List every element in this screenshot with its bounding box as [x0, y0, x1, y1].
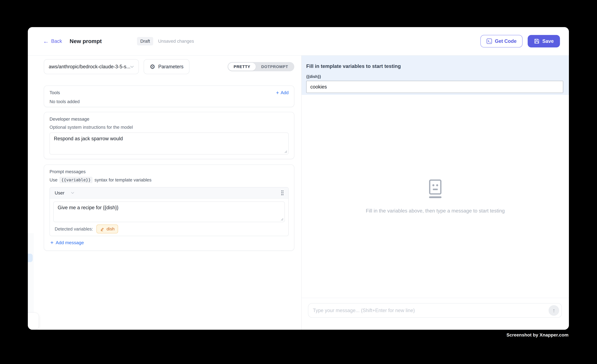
- send-arrow-icon: ↑: [552, 308, 555, 313]
- add-tool-button[interactable]: + Add: [276, 90, 289, 95]
- model-select[interactable]: aws/anthropic/bedrock-claude-3-5-s...: [44, 59, 139, 74]
- save-icon: [534, 38, 540, 44]
- toggle-option-pretty[interactable]: PRETTY: [228, 63, 256, 71]
- variable-syntax-chip: {{variable}}: [59, 177, 93, 183]
- chevron-down-icon: [130, 66, 134, 68]
- hint-suffix: syntax for template variables: [94, 177, 151, 182]
- sidebar-popover-fragment: [28, 312, 39, 330]
- add-tool-label: Add: [281, 90, 289, 95]
- developer-message-field-wrap: Respond as jack sparrow would: [49, 133, 289, 154]
- watermark-text: Screenshot by Xnapper.com: [506, 332, 568, 338]
- detected-variables-label: Detected variables:: [55, 227, 93, 232]
- developer-message-textarea[interactable]: Respond as jack sparrow would: [49, 133, 289, 154]
- back-button[interactable]: ← Back: [43, 38, 62, 44]
- window-header: ← Back New prompt Draft Unsaved changes …: [28, 27, 569, 56]
- tools-empty-text: No tools added: [49, 99, 289, 104]
- chevron-down-icon: [71, 192, 74, 194]
- variable-value-input[interactable]: [306, 81, 563, 93]
- hint-prefix: Use: [49, 177, 57, 182]
- chat-message-input[interactable]: [313, 308, 549, 313]
- message-field-wrap: Give me a recipe for {{dish}}: [53, 202, 285, 222]
- back-label: Back: [51, 38, 62, 44]
- robot-icon: [427, 179, 444, 199]
- plus-icon: +: [50, 240, 54, 245]
- message-block: User: [49, 187, 289, 236]
- sidebar-active-item: [28, 254, 33, 262]
- tester-title: Fill in template variables to start test…: [306, 63, 563, 69]
- get-code-button[interactable]: Get Code: [480, 35, 523, 47]
- tools-card: Tools + Add No tools added: [44, 85, 294, 107]
- developer-message-subtitle: Optional system instructions for the mod…: [49, 125, 289, 130]
- developer-message-title: Developer message: [49, 117, 289, 122]
- edit-pencil-icon: [100, 227, 105, 231]
- save-label: Save: [542, 38, 554, 44]
- resize-handle-icon[interactable]: [284, 150, 287, 153]
- role-select-value: User: [55, 190, 64, 196]
- page-title: New prompt: [70, 38, 102, 45]
- add-message-label: Add message: [56, 240, 84, 245]
- get-code-label: Get Code: [495, 38, 517, 44]
- model-select-value: aws/anthropic/bedrock-claude-3-5-s...: [49, 64, 130, 69]
- save-button[interactable]: Save: [528, 35, 560, 47]
- variable-badge-label: dish: [107, 227, 115, 231]
- message-body: Give me a recipe for {{dish}} Detected v…: [50, 198, 288, 236]
- resize-handle-icon[interactable]: [280, 217, 283, 221]
- variable-input-label: {{dish}}: [306, 74, 563, 79]
- tools-card-header: Tools + Add: [49, 90, 289, 95]
- parameters-button[interactable]: ⚙ Parameters: [144, 59, 189, 74]
- model-row: aws/anthropic/bedrock-claude-3-5-s... ⚙ …: [44, 59, 294, 74]
- gear-icon: ⚙: [150, 64, 155, 70]
- role-select[interactable]: User: [55, 190, 74, 196]
- main-area: aws/anthropic/bedrock-claude-3-5-s... ⚙ …: [28, 56, 569, 330]
- template-variable-hint: Use {{variable}} syntax for template var…: [49, 177, 289, 183]
- chat-input-bar: ↑: [302, 298, 569, 330]
- message-textarea[interactable]: Give me a recipe for {{dish}}: [53, 202, 285, 222]
- chat-empty-state: Fill in the variables above, then type a…: [302, 95, 569, 298]
- plus-icon: +: [276, 90, 279, 95]
- back-arrow-icon: ←: [43, 38, 49, 44]
- view-mode-toggle: PRETTY DOTPROMPT: [228, 62, 294, 71]
- prompt-messages-card: Prompt messages Use {{variable}} syntax …: [44, 165, 294, 251]
- prompt-messages-title: Prompt messages: [49, 169, 289, 174]
- status-badge: Draft: [137, 37, 153, 46]
- tester-panel: Fill in template variables to start test…: [302, 56, 569, 330]
- editor-panel: aws/anthropic/bedrock-claude-3-5-s... ⚙ …: [28, 56, 302, 330]
- app-window: ← Back New prompt Draft Unsaved changes …: [28, 27, 569, 330]
- empty-state-text: Fill in the variables above, then type a…: [366, 208, 505, 214]
- parameters-label: Parameters: [158, 64, 183, 69]
- variable-badge-dish[interactable]: dish: [96, 225, 118, 233]
- toggle-option-dotprompt[interactable]: DOTPROMPT: [256, 63, 294, 71]
- chat-input-box: ↑: [308, 303, 562, 318]
- developer-message-card: Developer message Optional system instru…: [44, 112, 294, 159]
- tester-variables-header: Fill in template variables to start test…: [302, 56, 569, 95]
- send-button[interactable]: ↑: [549, 305, 559, 316]
- terminal-icon: [487, 38, 492, 44]
- tools-title: Tools: [49, 90, 60, 95]
- add-message-button[interactable]: + Add message: [50, 240, 289, 245]
- message-header: User: [50, 187, 288, 198]
- unsaved-changes-label: Unsaved changes: [158, 39, 194, 44]
- drag-handle-icon[interactable]: [280, 190, 284, 196]
- detected-variables-row: Detected variables: dish: [53, 225, 285, 233]
